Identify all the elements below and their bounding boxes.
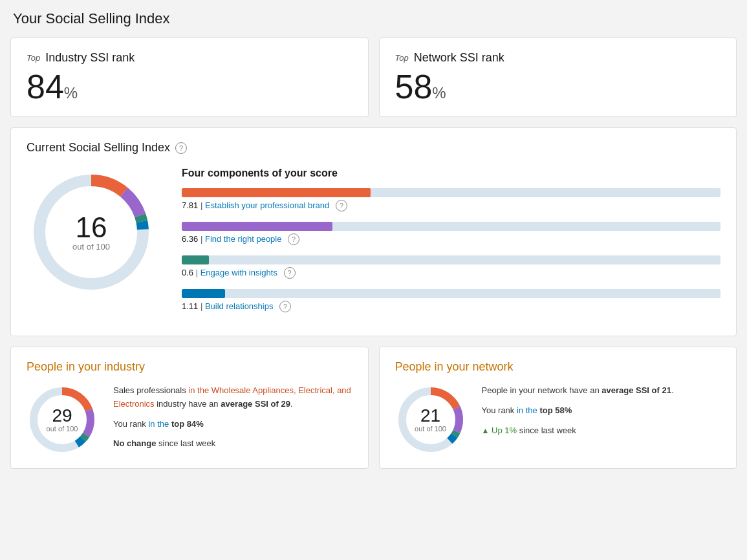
network-rank-title: Network SSI rank: [414, 51, 504, 65]
component-build-fill: [182, 289, 225, 298]
page-title: Your Social Selling Index: [10, 10, 737, 27]
industry-mini-label: out of 100: [47, 425, 78, 433]
component-engage-track: [182, 255, 720, 264]
ssi-score-label: out of 100: [72, 242, 110, 252]
network-people-title: People in your network: [395, 360, 721, 374]
industry-rank-card: Top Industry SSI rank 84%: [10, 38, 369, 117]
network-rank-value: 58%: [395, 68, 446, 105]
since-last-week: since last week: [519, 425, 576, 435]
component-engage: 0.6 | Engage with insights ?: [182, 255, 720, 279]
up-arrow-icon: ▲: [482, 426, 490, 435]
network-people-body: 21 out of 100 People in your network hav…: [395, 384, 721, 455]
network-mini-score-center: 21 out of 100: [415, 407, 446, 433]
industry-rank-link[interactable]: in the: [148, 419, 169, 429]
network-people-text: People in your network have an average S…: [482, 384, 721, 437]
ssi-donut-chart: 16 out of 100: [27, 167, 156, 297]
ssi-title: Current Social Selling Index: [27, 141, 170, 155]
network-rank-link[interactable]: in the: [517, 405, 537, 415]
component-build-track: [182, 289, 720, 298]
component-find-fill: [182, 222, 332, 231]
components-title: Four components of your score: [182, 167, 720, 179]
network-mini-donut-area: 21 out of 100: [395, 384, 466, 455]
industry-people-text: Sales professionals in the Wholesale App…: [113, 384, 352, 451]
component-find-link[interactable]: Find the right people: [205, 234, 282, 244]
component-build-label: 1.11 | Build relationships ?: [182, 301, 720, 312]
network-mini-score: 21: [415, 407, 446, 425]
network-people-card: People in your network 21 out o: [379, 347, 737, 469]
industry-people-card: People in your industry 29 out: [10, 347, 369, 469]
component-build-score: 1.11: [182, 301, 198, 311]
component-find-score: 6.36: [182, 234, 198, 244]
industry-mini-score-center: 29 out of 100: [47, 407, 78, 433]
ssi-help-icon[interactable]: ?: [175, 142, 187, 154]
rank-cards-row: Top Industry SSI rank 84% Top Network SS…: [10, 38, 737, 117]
network-mini-donut: 21 out of 100: [395, 384, 466, 455]
network-top-label: Top: [395, 53, 409, 63]
component-establish-fill: [182, 188, 371, 197]
component-find: 6.36 | Find the right people ?: [182, 222, 720, 245]
component-establish-score: 7.81: [182, 200, 198, 210]
industry-mini-donut: 29 out of 100: [27, 384, 98, 455]
industry-rank-value: 84%: [27, 68, 78, 105]
industry-people-body: 29 out of 100 Sales professionals in the…: [27, 384, 352, 455]
component-establish: 7.81 | Establish your professional brand…: [182, 188, 720, 211]
ssi-components-area: Four components of your score 7.81 | Est…: [182, 167, 720, 323]
component-find-label: 6.36 | Find the right people ?: [182, 233, 720, 245]
component-find-track: [182, 222, 720, 231]
component-build-help-icon[interactable]: ?: [279, 301, 291, 312]
network-rank-card: Top Network SSI rank 58%: [379, 38, 737, 117]
industry-people-title: People in your industry: [27, 360, 352, 374]
component-establish-label: 7.81 | Establish your professional brand…: [182, 200, 720, 211]
component-engage-score: 0.6: [182, 268, 193, 277]
industry-rank-title: Industry SSI rank: [45, 51, 135, 65]
ssi-body: 16 out of 100 Four components of your sc…: [27, 167, 720, 323]
component-engage-link[interactable]: Engage with insights: [200, 268, 277, 277]
component-engage-help-icon[interactable]: ?: [284, 267, 296, 279]
ssi-score-number: 16: [72, 213, 110, 242]
component-build: 1.11 | Build relationships ?: [182, 289, 720, 312]
ssi-header: Current Social Selling Index ?: [27, 141, 720, 155]
component-engage-label: 0.6 | Engage with insights ?: [182, 267, 720, 279]
component-build-link[interactable]: Build relationships: [205, 301, 274, 311]
network-mini-label: out of 100: [415, 425, 446, 433]
industry-mini-donut-area: 29 out of 100: [27, 384, 98, 455]
component-establish-track: [182, 188, 720, 197]
component-establish-help-icon[interactable]: ?: [336, 200, 347, 211]
component-engage-fill: [182, 255, 209, 264]
industry-mini-score: 29: [47, 407, 78, 425]
component-establish-link[interactable]: Establish your professional brand: [205, 200, 329, 210]
ssi-score-center: 16 out of 100: [72, 213, 110, 252]
ssi-donut-area: 16 out of 100: [27, 167, 156, 297]
component-find-help-icon[interactable]: ?: [288, 233, 299, 245]
industry-top-label: Top: [27, 53, 40, 63]
ssi-card: Current Social Selling Index ?: [10, 127, 737, 336]
bottom-row: People in your industry 29 out: [10, 347, 737, 469]
up-text: Up 1%: [492, 425, 517, 435]
